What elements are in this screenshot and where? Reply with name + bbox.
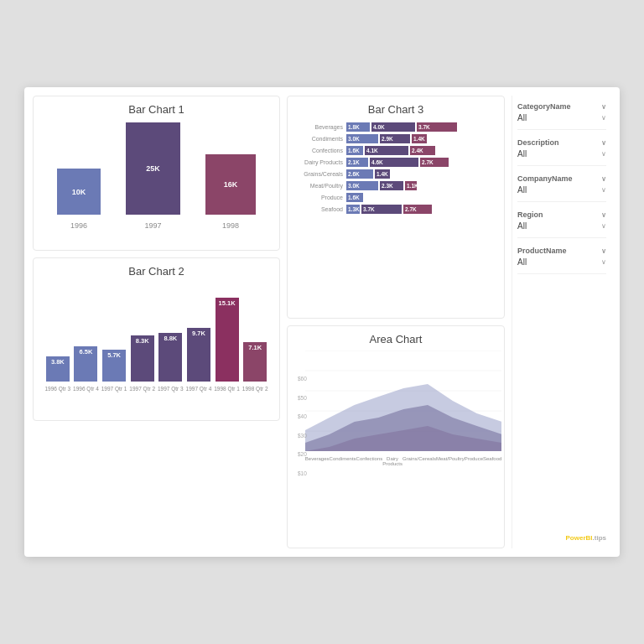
bc3-bar-meat-1: 2.3K xyxy=(380,181,403,190)
area-x-seafood: Seafood xyxy=(483,456,501,466)
area-y-50: $50 xyxy=(298,395,307,401)
bar-chart-1: Bar Chart 1 10K 1996 25K 1997 16K 1998 xyxy=(33,96,280,251)
bar-chart-2-title: Bar Chart 2 xyxy=(40,265,273,278)
bc3-bar-dairy-0: 2.1K xyxy=(346,158,368,167)
bc3-bar-conf-0: 1.6K xyxy=(346,146,363,155)
chevron-icon-comp: ∨ xyxy=(601,175,606,183)
bc2-label-3: 1997 Qtr 2 xyxy=(129,386,156,392)
bc2-bar-2: 5.7K xyxy=(102,350,126,382)
bc1-label-0: 1996 xyxy=(70,221,87,230)
filter-companyname-label[interactable]: CompanyName ∨ xyxy=(517,174,606,183)
powerbi-suffix: .tips xyxy=(593,534,606,542)
bc1-bar-2: 16K xyxy=(205,154,256,215)
left-panel: Bar Chart 1 10K 1996 25K 1997 16K 1998 B… xyxy=(33,96,280,548)
bc3-bars-confections: 1.6K 4.1K 2.4K xyxy=(346,146,435,155)
bar-chart-2: Bar Chart 2 3.8K 1996 Qtr 3 6.5K 1996 Qt… xyxy=(33,257,280,421)
bc1-bar-wrap-1: 25K 1997 xyxy=(126,122,180,230)
bar-chart-1-title: Bar Chart 1 xyxy=(40,103,273,116)
bc2-bar-6: 15.1K xyxy=(216,298,239,382)
bc3-row-dairy: Dairy Products 2.1K 4.6K 2.7K xyxy=(294,158,497,167)
filter-region-value[interactable]: All ∨ xyxy=(517,221,606,231)
bc3-bars-produce: 1.6K xyxy=(346,193,363,202)
bc2-wrap-3: 8.3K 1997 Qtr 2 xyxy=(129,335,156,392)
bc2-bar-4: 8.8K xyxy=(158,333,182,382)
chevron-icon-prod-val: ∨ xyxy=(601,258,606,266)
bc3-bar-meat-0: 3.0K xyxy=(346,181,378,190)
bc3-cat-grains: Grains/Cereals xyxy=(294,171,343,177)
bc3-bar-bev-0: 1.8K xyxy=(346,122,370,132)
filter-companyname: CompanyName ∨ All ∨ xyxy=(517,174,606,202)
filter-productname-label[interactable]: ProductName ∨ xyxy=(517,247,606,255)
bc3-bars-seafood: 1.3K 3.7K 2.7K xyxy=(346,205,432,214)
bc2-wrap-5: 9.7K 1997 Qtr 4 xyxy=(185,328,212,392)
filter-description-label[interactable]: Description ∨ xyxy=(517,138,606,147)
bc2-bar-0: 3.8K xyxy=(46,356,70,382)
area-chart-svg xyxy=(305,351,502,451)
bc1-bar-wrap-0: 10K 1996 xyxy=(57,169,101,230)
area-x-labels: Beverages Condiments Confections Dairy P… xyxy=(305,454,502,466)
bc2-label-0: 1996 Qtr 3 xyxy=(44,386,71,392)
bc2-bar-5: 9.7K xyxy=(187,328,210,382)
bc3-cat-confections: Confections xyxy=(294,148,343,153)
chevron-icon-desc: ∨ xyxy=(601,139,606,147)
filter-productname: ProductName ∨ All ∨ xyxy=(517,247,606,274)
area-x-dairy: Dairy Products xyxy=(382,456,402,466)
bc2-label-4: 1997 Qtr 3 xyxy=(157,386,184,392)
bc3-bar-dairy-1: 4.6K xyxy=(370,158,418,167)
bc3-cat-beverages: Beverages xyxy=(294,124,343,130)
filter-companyname-value[interactable]: All ∨ xyxy=(517,185,606,195)
bc3-row-seafood: Seafood 1.3K 3.7K 2.7K xyxy=(294,205,497,214)
bc3-row-beverages: Beverages 1.8K 4.0K 3.7K xyxy=(294,122,497,132)
area-y-60: $60 xyxy=(298,376,307,382)
bc3-bars-condiments: 3.0K 2.9K 1.4K xyxy=(346,134,427,143)
area-x-con: Condiments xyxy=(330,456,356,466)
bc2-bar-1: 6.5K xyxy=(74,346,97,382)
bc2-label-2: 1997 Qtr 1 xyxy=(101,386,127,392)
filter-description-value[interactable]: All ∨ xyxy=(517,149,606,158)
area-x-meat: Meat/Poultry xyxy=(436,456,465,466)
right-panel: CategoryName ∨ All ∨ Description ∨ All ∨… xyxy=(512,96,611,548)
bc2-label-6: 1998 Qtr 1 xyxy=(214,386,241,392)
bc1-label-2: 1998 xyxy=(222,221,239,230)
area-y-20: $20 xyxy=(298,451,307,457)
bc3-bar-con-0: 3.0K xyxy=(346,134,378,143)
powerbi-brand: PowerBI xyxy=(566,534,593,542)
bc3-bars-meat: 3.0K 2.3K 1.1K xyxy=(346,181,417,190)
area-y-10: $10 xyxy=(298,470,307,476)
bc3-row-confections: Confections 1.6K 4.1K 2.4K xyxy=(294,146,497,155)
bc2-bar-3: 8.3K xyxy=(131,335,154,382)
bc2-label-5: 1997 Qtr 4 xyxy=(185,386,212,392)
bc3-row-produce: Produce 1.6K xyxy=(294,193,497,202)
bc2-label-7: 1998 Qtr 2 xyxy=(242,386,268,392)
filter-categoryname-value[interactable]: All ∨ xyxy=(517,113,606,122)
bc1-bar-1: 25K xyxy=(126,122,180,215)
filter-region-label[interactable]: Region ∨ xyxy=(517,210,606,219)
area-y-30: $30 xyxy=(298,433,307,439)
filter-productname-value[interactable]: All ∨ xyxy=(517,257,606,267)
chevron-icon-cat-val: ∨ xyxy=(601,114,606,122)
area-x-produce: Produce xyxy=(465,456,483,466)
chevron-icon-desc-val: ∨ xyxy=(601,150,606,158)
chevron-icon-comp-val: ∨ xyxy=(601,186,606,194)
area-x-bev: Beverages xyxy=(305,456,330,466)
bc2-wrap-7: 7.1K 1998 Qtr 2 xyxy=(242,342,268,392)
bc3-rows: Beverages 1.8K 4.0K 3.7K Condiments 3.0K… xyxy=(294,121,497,216)
bc3-bar-sea-2: 2.7K xyxy=(403,205,432,214)
chevron-icon-reg-val: ∨ xyxy=(601,222,606,230)
filter-region: Region ∨ All ∨ xyxy=(517,210,606,238)
bc3-bar-produce-0: 1.6K xyxy=(346,193,363,202)
area-x-grains: Grains/Cereals xyxy=(402,456,436,466)
bc3-bar-conf-1: 4.1K xyxy=(365,146,408,155)
bc3-cat-produce: Produce xyxy=(294,195,343,200)
bc3-bar-bev-1: 4.0K xyxy=(371,122,415,132)
area-y-40: $40 xyxy=(298,413,307,419)
filter-description: Description ∨ All ∨ xyxy=(517,138,606,166)
bc3-cat-dairy: Dairy Products xyxy=(294,159,343,165)
bc3-bars-grains: 2.6K 1.4K xyxy=(346,169,390,179)
area-chart-title: Area Chart xyxy=(294,333,497,345)
bc3-bar-bev-2: 3.7K xyxy=(417,122,457,132)
bc1-bar-0: 10K xyxy=(57,169,101,215)
area-chart: Area Chart $60 $50 $40 $30 $20 $10 xyxy=(287,325,505,548)
filter-categoryname-label[interactable]: CategoryName ∨ xyxy=(517,102,606,111)
bc3-row-meat: Meat/Poultry 3.0K 2.3K 1.1K xyxy=(294,181,497,190)
